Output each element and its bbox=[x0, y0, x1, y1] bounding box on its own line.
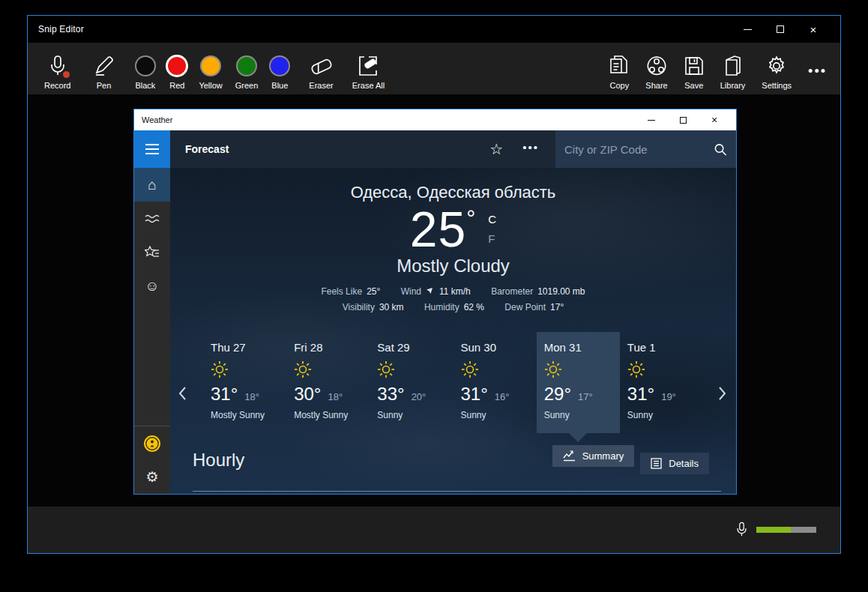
celsius-toggle[interactable]: C bbox=[488, 213, 496, 226]
current-temperature: 25° C F bbox=[170, 204, 736, 256]
wind-direction-icon bbox=[426, 287, 433, 295]
snip-editor-window: Snip Editor × Record bbox=[27, 15, 841, 554]
favorite-star-icon[interactable]: ☆ bbox=[489, 142, 503, 157]
pen-label: Pen bbox=[97, 81, 112, 90]
color-black-label: Black bbox=[135, 81, 155, 90]
library-button[interactable]: Library bbox=[720, 48, 746, 90]
fahrenheit-toggle[interactable]: F bbox=[488, 232, 496, 245]
record-button[interactable]: Record bbox=[44, 48, 70, 90]
record-label: Record bbox=[44, 81, 70, 90]
pen-icon bbox=[92, 55, 115, 77]
color-yellow-label: Yellow bbox=[199, 81, 222, 90]
yellow-swatch-icon bbox=[202, 57, 220, 75]
dew-point: Dew Point17° bbox=[504, 302, 564, 312]
weather-close-button[interactable]: × bbox=[699, 111, 730, 129]
minimize-icon bbox=[744, 29, 752, 30]
weather-main: Одесса, Одесская область 25° C F Mostly … bbox=[170, 168, 736, 494]
search-input[interactable] bbox=[564, 143, 714, 156]
save-button[interactable]: Save bbox=[684, 48, 704, 90]
search-box[interactable] bbox=[555, 130, 736, 168]
weather-minimize-button[interactable] bbox=[636, 111, 667, 129]
sidebar-item-feedback[interactable]: ☺ bbox=[134, 269, 170, 303]
color-green-button[interactable]: Green bbox=[235, 48, 259, 90]
maximize-icon bbox=[777, 25, 784, 33]
snip-canvas[interactable]: Weather × Forecast ☆ ••• bbox=[28, 94, 840, 507]
minimize-button[interactable] bbox=[731, 18, 764, 40]
mic-level-fill bbox=[756, 527, 791, 533]
library-label: Library bbox=[720, 81, 746, 90]
hourly-heading: Hourly bbox=[193, 450, 244, 471]
copy-button[interactable]: Copy bbox=[609, 48, 629, 90]
sidebar-item-places[interactable] bbox=[134, 235, 170, 269]
hourly-view-toggle: Summary Details bbox=[552, 445, 709, 474]
erase-all-icon bbox=[357, 55, 379, 77]
day-card-selected[interactable]: Mon 31 29°17° Sunny bbox=[537, 332, 620, 433]
close-icon: × bbox=[810, 24, 817, 35]
day-card[interactable]: Fri 28 30°18° Mostly Sunny bbox=[286, 332, 370, 433]
previous-days-chevron[interactable] bbox=[178, 386, 187, 401]
more-dots-icon: ••• bbox=[808, 64, 827, 90]
share-label: Share bbox=[645, 81, 667, 90]
nav-more-icon[interactable]: ••• bbox=[522, 141, 539, 154]
maximize-icon bbox=[680, 117, 687, 124]
day-card[interactable]: Sun 30 31°16° Sunny bbox=[453, 332, 537, 433]
degree-sign: ° bbox=[466, 205, 476, 230]
sunny-icon bbox=[211, 360, 286, 378]
sidebar-item-settings[interactable]: ⚙ bbox=[134, 460, 170, 494]
color-green-label: Green bbox=[235, 81, 259, 90]
location-title: Одесса, Одесская область bbox=[170, 183, 736, 202]
weather-navbar: Forecast ☆ ••• bbox=[134, 130, 736, 168]
toolbar-right-group: Copy Share bbox=[609, 48, 827, 90]
day-card[interactable]: Tue 1 31°19° Sunny bbox=[620, 332, 703, 433]
day-card[interactable]: Thu 27 31°18° Mostly Sunny bbox=[203, 332, 286, 433]
sidebar-item-history[interactable] bbox=[134, 202, 170, 235]
maximize-button[interactable] bbox=[764, 18, 797, 40]
details-button[interactable]: Details bbox=[640, 453, 709, 474]
close-button[interactable]: × bbox=[797, 18, 830, 40]
share-button[interactable]: Share bbox=[645, 48, 667, 90]
more-button[interactable]: ••• bbox=[808, 48, 827, 90]
color-yellow-button[interactable]: Yellow bbox=[199, 48, 222, 90]
sunny-icon bbox=[544, 360, 620, 378]
color-black-button[interactable]: Black bbox=[135, 48, 155, 90]
toolbar-left-group: Record Pen Black Red bbox=[44, 48, 385, 90]
share-icon bbox=[646, 55, 667, 77]
minimize-icon bbox=[648, 120, 655, 121]
search-icon bbox=[714, 142, 727, 157]
color-red-button[interactable]: Red bbox=[168, 48, 186, 90]
page-title: Forecast bbox=[185, 143, 229, 155]
wind: Wind11 km/h bbox=[401, 286, 471, 297]
erase-all-button[interactable]: Erase All bbox=[352, 48, 385, 90]
save-label: Save bbox=[684, 81, 703, 90]
eraser-label: Eraser bbox=[309, 81, 333, 90]
eraser-button[interactable]: Eraser bbox=[309, 48, 333, 90]
color-blue-button[interactable]: Blue bbox=[271, 48, 289, 90]
hourly-section-header: Hourly Summary Details bbox=[170, 445, 736, 474]
sidebar-item-home[interactable]: ⌂ bbox=[134, 168, 170, 202]
microphone-icon bbox=[49, 55, 66, 77]
snip-titlebar: Snip Editor × bbox=[28, 16, 840, 43]
sunny-icon bbox=[377, 360, 453, 378]
visibility: Visibility30 km bbox=[343, 302, 404, 312]
erase-all-label: Erase All bbox=[352, 81, 385, 90]
feels-like: Feels Like25° bbox=[321, 286, 380, 297]
summary-button[interactable]: Summary bbox=[552, 445, 635, 467]
weather-titlebar: Weather × bbox=[134, 109, 736, 130]
sidebar-item-remove-ads[interactable] bbox=[134, 426, 170, 460]
mic-level-meter bbox=[756, 527, 816, 533]
weather-window-title: Weather bbox=[142, 115, 172, 124]
next-days-chevron[interactable] bbox=[718, 386, 727, 401]
weather-maximize-button[interactable] bbox=[667, 111, 699, 129]
blue-swatch-icon bbox=[271, 57, 289, 75]
sunny-icon bbox=[294, 360, 370, 378]
hamburger-icon bbox=[145, 144, 159, 145]
day-card[interactable]: Sat 29 33°20° Sunny bbox=[370, 332, 453, 433]
weather-sidebar: ⌂ ☺ bbox=[134, 168, 170, 494]
daily-forecast-strip: Thu 27 31°18° Mostly Sunny Fri 28 30°18°… bbox=[170, 332, 736, 433]
copy-icon bbox=[609, 55, 629, 77]
gear-icon: ⚙ bbox=[145, 470, 158, 484]
settings-button[interactable]: Settings bbox=[762, 48, 792, 90]
hamburger-menu-button[interactable] bbox=[134, 130, 170, 168]
pen-button[interactable]: Pen bbox=[92, 48, 115, 90]
details-row-1: Feels Like25° Wind11 km/h Barometer1019.… bbox=[170, 284, 736, 300]
